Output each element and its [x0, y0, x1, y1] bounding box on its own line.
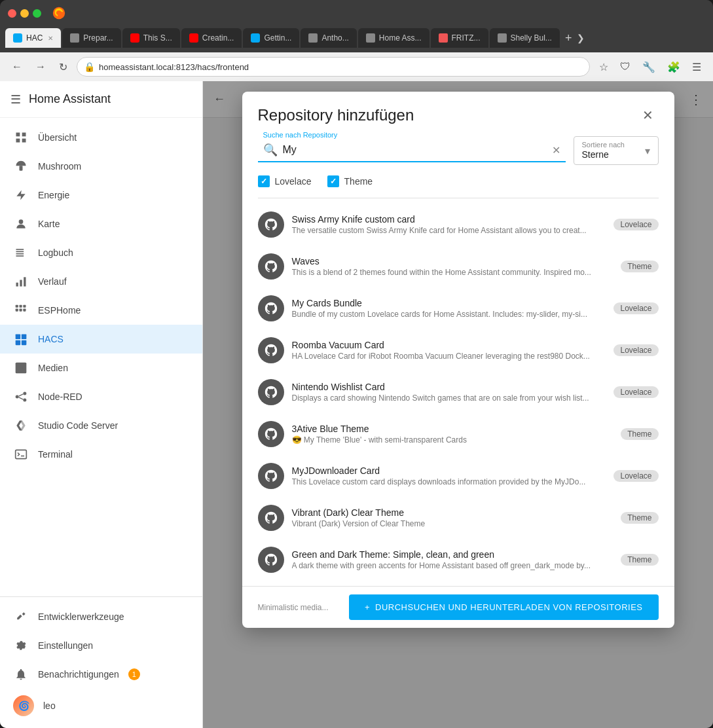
repo-tag: Lovelace [613, 386, 658, 398]
sidebar-item-terminal[interactable]: Terminal [0, 440, 202, 469]
sidebar-label-verlauf: Verlauf [38, 276, 67, 287]
tab-prepar[interactable]: Prepar... [62, 28, 120, 48]
tab-antho[interactable]: Antho... [301, 28, 356, 48]
filter-theme[interactable]: ✓ Theme [327, 175, 373, 187]
search-input[interactable] [283, 141, 547, 158]
list-icon [13, 245, 29, 261]
sidebar-item-studio-code-server[interactable]: Studio Code Server [0, 411, 202, 440]
svg-rect-3 [16, 139, 20, 143]
repo-tag: Lovelace [613, 302, 658, 314]
tab-homeass-label: Home Ass... [379, 33, 422, 43]
list-item[interactable]: Vibrant (Dark) Clear Theme Vibrant (Dark… [242, 497, 674, 539]
sidebar-item-medien[interactable]: Medien [0, 354, 202, 382]
new-tab-button[interactable]: + [561, 31, 576, 45]
sidebar-item-karte[interactable]: Karte [0, 209, 202, 238]
tab-fritz[interactable]: FRITZ... [431, 28, 488, 48]
sidebar-item-ubersicht[interactable]: Übersicht [0, 123, 202, 152]
filter-lovelace[interactable]: ✓ Lovelace [258, 175, 312, 187]
sidebar-bottom: Entwicklerwerkzeuge Einstellungen Benach… [0, 596, 202, 728]
person-icon [13, 216, 29, 232]
menu-button[interactable]: ☰ [688, 58, 705, 76]
tab-overflow-button[interactable]: ❯ [577, 33, 585, 43]
repo-info: Green and Dark Theme: Simple, clean, and… [292, 549, 613, 570]
close-traffic-light[interactable] [8, 9, 16, 18]
tab-shelly-favicon [498, 33, 507, 43]
sidebar-item-energie[interactable]: Energie [0, 181, 202, 209]
list-item[interactable]: Waves This is a blend of 2 themes found … [242, 246, 674, 287]
sidebar-item-mushroom[interactable]: Mushroom [0, 152, 202, 181]
sidebar-item-notifications[interactable]: Benachrichtigungen 1 [0, 660, 202, 689]
svg-rect-7 [16, 249, 24, 250]
sort-container[interactable]: Sortiere nach Sterne ▾ [574, 136, 659, 165]
svg-rect-10 [16, 255, 24, 257]
repo-avatar [258, 295, 284, 321]
sidebar-nav: Übersicht Mushroom Energie [0, 118, 202, 596]
node-red-icon [13, 389, 29, 405]
list-item[interactable]: My Cards Bundle Bundle of my custom Love… [242, 287, 674, 329]
back-nav-button[interactable]: ← [8, 58, 26, 75]
forward-nav-button[interactable]: → [31, 58, 50, 75]
tools-button[interactable]: 🔧 [638, 58, 659, 76]
svg-rect-15 [20, 305, 22, 308]
sidebar: ☰ Home Assistant Übersicht Mushroom [0, 81, 203, 728]
sidebar-item-entwickler[interactable]: Entwicklerwerkzeuge [0, 602, 202, 631]
tab-creatin[interactable]: Creatin... [181, 28, 242, 48]
modal-close-button[interactable]: ✕ [638, 105, 659, 126]
extensions-button[interactable]: 🧩 [663, 58, 684, 76]
tab-homeass-favicon [366, 33, 375, 43]
svg-line-29 [19, 394, 24, 396]
footer-left-text: Minimalistic media... [258, 603, 349, 612]
sidebar-label-user: leo [43, 701, 56, 711]
lovelace-checkbox[interactable]: ✓ [258, 175, 270, 187]
bookmark-button[interactable]: ☆ [595, 58, 612, 76]
browse-repos-label: DURCHSUCHEN UND HERUNTERLADEN VON REPOSI… [375, 602, 642, 612]
sidebar-item-verlauf[interactable]: Verlauf [0, 267, 202, 296]
tab-hacs[interactable]: HAC ✕ [5, 28, 61, 48]
url-bar[interactable]: 🔒 homeassistant.local:8123/hacs/frontend [77, 57, 590, 77]
sidebar-item-hacs[interactable]: HACS [0, 325, 202, 354]
list-item[interactable]: 3Ative Blue Theme 😎 My Theme 'Blue' - wi… [242, 413, 674, 455]
list-item[interactable]: MyJDownloader Card This Lovelace custom … [242, 455, 674, 497]
list-item[interactable]: Roomba Vacuum Card HA Lovelace Card for … [242, 329, 674, 371]
svg-rect-18 [20, 309, 22, 312]
svg-rect-2 [22, 133, 26, 137]
sidebar-item-node-red[interactable]: Node-RED [0, 382, 202, 411]
minimize-traffic-light[interactable] [20, 9, 29, 18]
hamburger-button[interactable]: ☰ [10, 92, 21, 107]
search-clear-button[interactable]: ✕ [552, 144, 560, 156]
repo-avatar [258, 505, 284, 531]
shield-button[interactable]: 🛡 [616, 58, 634, 76]
tab-homeass[interactable]: Home Ass... [358, 28, 430, 48]
list-item[interactable]: Nintendo Wishlist Card Displays a card s… [242, 371, 674, 413]
tab-shelly[interactable]: Shelly Bul... [490, 28, 560, 48]
tab-gettin[interactable]: Gettin... [243, 28, 299, 48]
svg-point-28 [23, 399, 26, 402]
tab-antho-favicon [308, 33, 318, 43]
tab-gettin-label: Gettin... [264, 33, 291, 43]
browse-repos-button[interactable]: + DURCHSUCHEN UND HERUNTERLADEN VON REPO… [349, 594, 659, 620]
sidebar-header: ☰ Home Assistant [0, 81, 202, 118]
tab-this[interactable]: This S... [122, 28, 180, 48]
sidebar-item-esphome[interactable]: ESPHome [0, 296, 202, 325]
gear-icon [13, 638, 29, 653]
repo-tag: Lovelace [613, 470, 658, 482]
svg-rect-1 [16, 133, 20, 137]
list-item[interactable]: Swiss Army Knife custom card The versati… [242, 204, 674, 246]
traffic-lights [8, 9, 41, 18]
repo-desc: This Lovelace custom card displays downl… [292, 477, 606, 486]
main-area: ← Integrationen Frontend ⋮ Repository hi… [203, 81, 713, 728]
theme-checkbox[interactable]: ✓ [327, 175, 339, 187]
sidebar-item-einstellungen[interactable]: Einstellungen [0, 631, 202, 660]
sidebar-label-logbuch: Logbuch [38, 247, 73, 258]
svg-rect-9 [16, 253, 24, 255]
sidebar-item-user[interactable]: 🌀 leo [0, 689, 202, 723]
reload-button[interactable]: ↻ [55, 58, 71, 76]
repo-avatar [258, 421, 284, 447]
repo-list: Swiss Army Knife custom card The versati… [242, 198, 674, 586]
maximize-traffic-light[interactable] [33, 9, 41, 18]
tab-close-icon[interactable]: ✕ [48, 35, 53, 42]
sidebar-item-logbuch[interactable]: Logbuch [0, 238, 202, 267]
sidebar-label-medien: Medien [38, 363, 68, 373]
theme-filter-label: Theme [344, 176, 373, 187]
list-item[interactable]: Green and Dark Theme: Simple, clean, and… [242, 539, 674, 581]
